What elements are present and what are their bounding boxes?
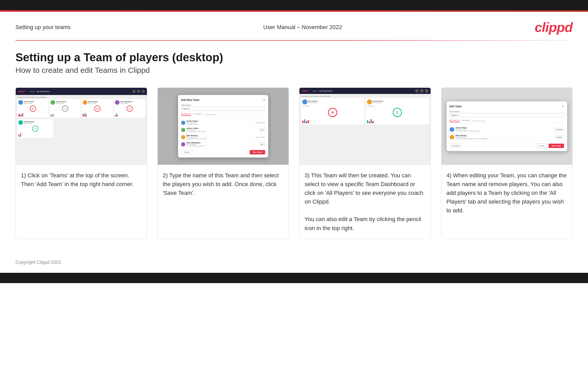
bar2 [304, 119, 305, 123]
edit-player1-avatar [450, 127, 454, 132]
edit-player2-name: Blair McHarg [456, 135, 487, 136]
filter-by-name: Filter by name [204, 113, 216, 116]
modal-title: Add New Team [181, 99, 199, 101]
player4-header: Dave Billingham Player Quality [115, 100, 144, 105]
bar2 [19, 135, 20, 137]
player4-score: 78 [127, 106, 133, 112]
bar5 [22, 113, 23, 117]
player3-list-avatar [181, 135, 185, 139]
edit-modal-close-icon[interactable]: × [562, 104, 564, 108]
step1-subtitle: Showing 5 out of 5 players from All Play… [17, 97, 145, 98]
edit-modal-header: Edit Team × [450, 104, 564, 108]
filter-checkbox[interactable] [204, 113, 206, 115]
edit-player2-info: Blair McHarg Plus Handicap Royal North D… [456, 135, 487, 139]
step1-nav: clippd Home My Performance [16, 88, 147, 95]
bar1 [51, 114, 51, 117]
bottom-bar [0, 273, 588, 283]
trash-icon: 🗑 [452, 145, 454, 147]
bar3 [53, 114, 53, 117]
step3-p2-header: Richard Butler Plus Handicap [367, 99, 428, 104]
edit-tab-my-team[interactable]: My Team (2) [450, 119, 460, 122]
bar3 [20, 115, 21, 117]
step-3-card: clippd Home My Performance Showing 2 out… [299, 88, 431, 239]
player4-list-avatar [181, 142, 185, 146]
edit-tab-all-players[interactable]: All Players [462, 119, 470, 122]
step3-nav-items: Home My Performance [313, 90, 333, 92]
step-4-text: 4) When editing your Team, you can chang… [441, 165, 573, 239]
player2-score: 0 [62, 106, 68, 112]
edit-player1-remove-btn[interactable]: Remove [555, 128, 564, 131]
edit-filter-checkbox[interactable] [472, 120, 474, 122]
step3-p1-header: Blair McHarg Plus Handicap [302, 99, 363, 104]
bar1 [115, 115, 116, 117]
nav-item-teams: My Performance [37, 91, 50, 92]
player4-info: Dave Billingham 3.5 Handicap The Dog Mag… [187, 142, 205, 147]
bar2 [19, 113, 20, 117]
edit-save-btn[interactable]: Save Team [549, 144, 564, 148]
delete-team-btn[interactable]: 🗑 Delete [450, 144, 462, 148]
modal-footer: Cancel Save Team [181, 150, 265, 154]
header-center-text: User Manual – November 2022 [263, 24, 342, 31]
nav-icon-3 [142, 90, 145, 93]
step3-p2-avatar [367, 99, 372, 104]
step-1-description: 1) Click on 'Teams' at the top of the sc… [21, 172, 133, 187]
player1-status: Player Added [256, 122, 265, 124]
player1-list-detail2: The Shire London [187, 124, 199, 125]
edit-player2-avatar [450, 135, 454, 139]
modal-close-icon[interactable]: × [263, 98, 265, 102]
bar3 [20, 133, 21, 137]
step-2-screenshot: Add New Team × Team Name * Team A My Tea… [158, 88, 289, 165]
modal-save-btn[interactable]: Save Team [250, 150, 265, 154]
edit-cancel-btn[interactable]: Cancel [536, 144, 547, 148]
bar2 [116, 113, 117, 117]
step-4-description: 4) When editing your Team, you can chang… [447, 172, 567, 214]
player4-sub: Player Quality [120, 102, 132, 104]
edit-team-name-label: Team Name * [450, 111, 564, 112]
step3-logo: clippd [301, 90, 308, 92]
step3-p2-bars [367, 118, 428, 123]
step3-nav-perf: My Performance [319, 90, 332, 92]
step3-p1-bars [302, 118, 363, 123]
page-title: Setting up a Team of players (desktop) [15, 51, 573, 64]
edit-modal-tabs: My Team (2) All Players Filter by name [450, 119, 564, 124]
player2-list-avatar [181, 128, 185, 132]
footer: Copyright Clippd 2021 [0, 255, 588, 273]
modal-cancel-btn[interactable]: Cancel [181, 150, 192, 154]
edit-team-name-input[interactable]: Team A [450, 113, 564, 117]
step3-p2-score: 72 [393, 108, 402, 117]
step1-players-row: Adrian Coliba Player Quality 84 [17, 99, 145, 118]
player-list-left-3: Blair McHarg Plus Handicap Royal North D… [181, 135, 206, 139]
step-1-text: 1) Click on 'Teams' at the top of the sc… [16, 165, 147, 239]
step3-nav-home: Home [313, 90, 317, 92]
player2-add-btn[interactable]: Add [259, 128, 265, 132]
step1-player-1: Adrian Coliba Player Quality 84 [17, 99, 48, 118]
edit-player2-remove-btn[interactable]: Remove [555, 136, 564, 139]
step1-player-5: Richard Butler Player Quality 72 [17, 119, 53, 138]
tab-my-team[interactable]: My Team (2) [181, 113, 191, 116]
player3-list-detail2: Royal North Devon Golf Club [187, 138, 206, 139]
team-name-input[interactable]: Team A [181, 107, 265, 111]
step3-subtitle: Showing 2 out of 2 players from All Play… [301, 95, 429, 97]
bar1 [18, 115, 19, 117]
modal-tabs: My Team (2) All Players Filter by name [181, 113, 265, 117]
bar2 [369, 121, 370, 123]
step3-players-row: Blair McHarg Plus Handicap Team Quality … [301, 98, 429, 125]
step-3-desc-1: 3) This Team will then be created. You c… [305, 171, 425, 206]
team-name-label: Team Name * [181, 104, 265, 106]
player1-header: Adrian Coliba Player Quality [18, 100, 47, 105]
step3-content: Showing 2 out of 2 players from All Play… [299, 94, 431, 165]
player4-add-btn[interactable]: Add [259, 143, 265, 146]
steps-grid: clippd Home My Performance Showing 5 out… [15, 88, 573, 239]
step-3-text: 3) This Team will then be created. You c… [299, 165, 431, 239]
player1-info: Adrian Player Plus Handicap The Shire Lo… [187, 120, 199, 125]
player5-header: Richard Butler Player Quality [18, 120, 52, 125]
step3-nav-icon3 [425, 89, 429, 93]
step1-player-3: Blair McHarg Player Quality 94 [82, 99, 113, 118]
tab-all-players[interactable]: All Players [193, 113, 202, 116]
player1-avatar [18, 100, 23, 105]
player1-list-name: Adrian Player [187, 120, 199, 122]
edit-footer-right: Cancel Save Team [536, 144, 564, 148]
step-4-card: Edit Team × Team Name * Team A My Team (… [441, 88, 573, 239]
player3-avatar [83, 100, 87, 105]
edit-team-modal: Edit Team × Team Name * Team A My Team (… [447, 101, 567, 151]
